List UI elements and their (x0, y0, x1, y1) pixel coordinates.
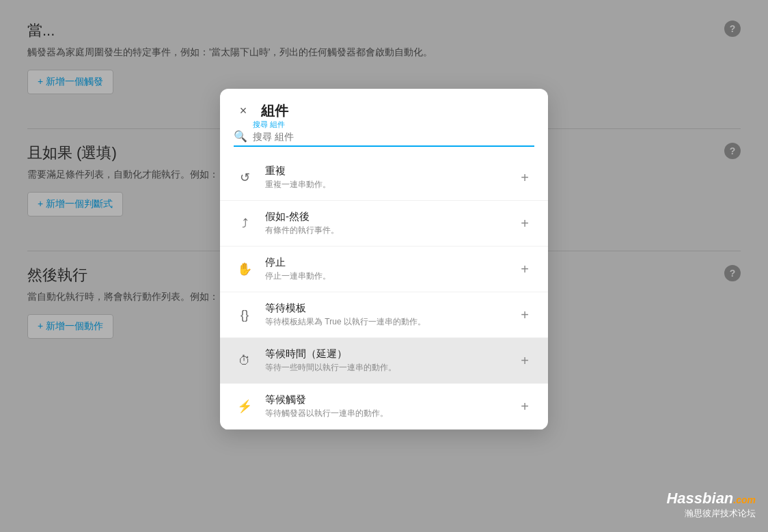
watermark-com: .com (733, 494, 756, 505)
item-title-repeat: 重複 (265, 165, 515, 178)
watermark: Hassbian.com 瀚思彼岸技术论坛 (666, 490, 756, 520)
item-desc-stop: 停止一連串動作。 (265, 270, 515, 282)
item-icon-wait-trigger: ⚡ (234, 395, 256, 417)
item-content-repeat: 重複 重複一連串動作。 (265, 165, 515, 191)
item-add-button-repeat[interactable]: + (515, 168, 534, 187)
search-input[interactable] (253, 131, 534, 142)
item-icon-stop: ✋ (234, 258, 256, 280)
item-title-wait-delay: 等候時間（延遲） (265, 348, 515, 361)
item-desc-wait-template: 等待模板結果為 True 以執行一連串的動作。 (265, 316, 515, 328)
item-icon-if-then: ⤴ (234, 212, 256, 234)
search-area: 🔍 搜尋 組件 (220, 130, 548, 155)
modal-close-button[interactable]: × (234, 101, 253, 120)
item-title-stop: 停止 (265, 256, 515, 269)
watermark-name: Hassbian (666, 490, 733, 507)
item-icon-repeat: ↺ (234, 167, 256, 188)
item-add-button-if-then[interactable]: + (515, 214, 534, 233)
list-item-wait-trigger[interactable]: ⚡ 等候觸發 等待觸發器以執行一連串的動作。 + (220, 384, 548, 430)
item-content-wait-trigger: 等候觸發 等待觸發器以執行一連串的動作。 (265, 393, 515, 419)
component-list: ↺ 重複 重複一連串動作。 + ⤴ 假如-然後 有條件的執行事件。 + ✋ 停止… (220, 155, 548, 430)
watermark-sub: 瀚思彼岸技术论坛 (666, 507, 756, 520)
item-title-wait-template: 等待模板 (265, 302, 515, 315)
list-item-wait-template[interactable]: {} 等待模板 等待模板結果為 True 以執行一連串的動作。 + (220, 292, 548, 338)
item-desc-wait-trigger: 等待觸發器以執行一連串的動作。 (265, 408, 515, 419)
item-desc-wait-delay: 等待一些時間以執行一連串的動作。 (265, 362, 515, 374)
item-content-stop: 停止 停止一連串動作。 (265, 256, 515, 282)
list-item-stop[interactable]: ✋ 停止 停止一連串動作。 + (220, 247, 548, 292)
watermark-main: Hassbian.com (666, 490, 756, 507)
item-content-wait-delay: 等候時間（延遲） 等待一些時間以執行一連串的動作。 (265, 348, 515, 374)
modal-title: 組件 (261, 102, 288, 120)
item-icon-wait-delay: ⏱ (234, 350, 256, 372)
item-desc-if-then: 有條件的執行事件。 (265, 225, 515, 236)
item-content-wait-template: 等待模板 等待模板結果為 True 以執行一連串的動作。 (265, 302, 515, 328)
item-icon-wait-template: {} (234, 304, 256, 326)
item-add-button-stop[interactable]: + (515, 260, 534, 279)
item-add-button-wait-delay[interactable]: + (515, 351, 534, 370)
search-input-wrap: 🔍 搜尋 組件 (234, 130, 534, 147)
item-title-if-then: 假如-然後 (265, 210, 515, 223)
item-desc-repeat: 重複一連串動作。 (265, 179, 515, 191)
item-content-if-then: 假如-然後 有條件的執行事件。 (265, 210, 515, 236)
list-item-wait-delay[interactable]: ⏱ 等候時間（延遲） 等待一些時間以執行一連串的動作。 + (220, 338, 548, 384)
item-title-wait-trigger: 等候觸發 (265, 393, 515, 406)
search-icon: 🔍 (234, 130, 247, 143)
list-item-repeat[interactable]: ↺ 重複 重複一連串動作。 + (220, 155, 548, 201)
search-floating-label: 搜尋 組件 (253, 120, 285, 130)
item-add-button-wait-template[interactable]: + (515, 305, 534, 324)
modal-overlay[interactable]: × 組件 🔍 搜尋 組件 ↺ 重複 重複一連串動作。 + ⤴ (0, 0, 768, 532)
item-add-button-wait-trigger[interactable]: + (515, 397, 534, 416)
component-modal: × 組件 🔍 搜尋 組件 ↺ 重複 重複一連串動作。 + ⤴ (220, 89, 548, 430)
list-item-if-then[interactable]: ⤴ 假如-然後 有條件的執行事件。 + (220, 201, 548, 247)
